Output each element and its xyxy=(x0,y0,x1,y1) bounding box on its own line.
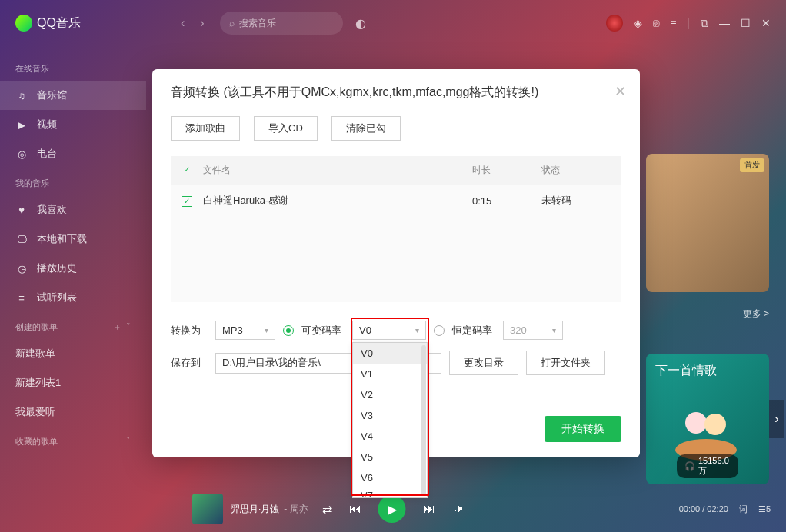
import-cd-button[interactable]: 导入CD xyxy=(254,116,318,141)
vbr-radio[interactable] xyxy=(283,325,294,336)
dropdown-option[interactable]: V0 xyxy=(353,343,427,364)
expand-collected-button[interactable]: ˅ xyxy=(126,436,131,447)
table-row[interactable]: ✓ 白神遥Haruka-感谢 0:15 未转码 xyxy=(171,185,621,217)
th-status: 状态 xyxy=(541,164,611,177)
sidebar-group-created: 创建的歌单 ＋ ˅ xyxy=(0,312,146,339)
track-title[interactable]: 羿思月·月蚀 xyxy=(231,503,279,516)
select-all-checkbox[interactable]: ✓ xyxy=(182,164,203,177)
cbr-radio[interactable] xyxy=(434,325,445,336)
cell-filename: 白神遥Haruka-感谢 xyxy=(203,194,472,208)
vbr-dropdown-list: V0 V1 V2 V3 V4 V5 V6 V7 xyxy=(352,342,428,498)
dropdown-option[interactable]: V5 xyxy=(353,447,427,467)
dropdown-option[interactable]: V2 xyxy=(353,384,427,405)
start-convert-button[interactable]: 开始转换 xyxy=(545,416,621,442)
sidebar-group-collected: 收藏的歌单 ˅ xyxy=(0,427,146,454)
dropdown-option[interactable]: V3 xyxy=(353,405,427,426)
row-checkbox[interactable]: ✓ xyxy=(182,195,203,207)
app-name: QQ音乐 xyxy=(37,15,81,32)
change-dir-button[interactable]: 更改目录 xyxy=(449,351,518,375)
minimize-button[interactable]: — xyxy=(719,17,730,29)
dropdown-option[interactable]: V6 xyxy=(353,467,427,488)
dropdown-option[interactable]: V4 xyxy=(353,426,427,447)
sidebar-item-history[interactable]: ◷播放历史 xyxy=(0,254,146,283)
play-button[interactable]: ▶ xyxy=(378,495,406,523)
video-icon: ▶ xyxy=(15,119,28,131)
sidebar-playlist-item[interactable]: 我最爱听 xyxy=(0,397,146,427)
dialog-title: 音频转换 (该工具不用于QMCx,kgmx,krc,tkm,mfac,mgg格式… xyxy=(171,85,621,101)
format-select[interactable]: MP3▾ xyxy=(215,321,275,340)
play-count-badge: 🎧 15156.0万 xyxy=(677,454,738,478)
search-placeholder: 搜索音乐 xyxy=(239,17,276,30)
search-icon: ⌕ xyxy=(229,18,235,28)
cbr-label: 恒定码率 xyxy=(452,324,492,337)
settings-icon[interactable]: ≡ xyxy=(670,17,676,29)
nav-forward-button[interactable]: › xyxy=(200,16,204,30)
cbr-bitrate-select[interactable]: 320▾ xyxy=(503,321,563,340)
monitor-icon: 🖵 xyxy=(15,234,28,245)
chevron-down-icon: ▾ xyxy=(552,326,556,334)
sidebar-item-preview[interactable]: ≡试听列表 xyxy=(0,283,146,312)
time-display: 00:00 / 02:20 xyxy=(679,504,728,514)
add-playlist-button[interactable]: ＋ ˅ xyxy=(113,321,131,333)
sidebar-item-radio[interactable]: ◎电台 xyxy=(0,139,146,168)
vip-icon[interactable]: ◈ xyxy=(634,17,642,29)
lyrics-button[interactable]: 词 xyxy=(739,504,748,515)
volume-button[interactable]: 🕩 xyxy=(452,502,465,516)
scrollbar[interactable] xyxy=(421,345,426,495)
dialog-close-button[interactable]: ✕ xyxy=(614,83,626,100)
open-folder-button[interactable]: 打开文件夹 xyxy=(526,351,605,375)
nav-back-button[interactable]: ‹ xyxy=(181,16,185,30)
chevron-down-icon: ▾ xyxy=(265,326,268,334)
next-track-button[interactable]: ⏭ xyxy=(423,502,435,516)
logo-icon xyxy=(15,15,32,32)
audio-convert-dialog: 音频转换 (该工具不用于QMCx,kgmx,krc,tkm,mfac,mgg格式… xyxy=(152,69,640,457)
clear-checked-button[interactable]: 清除已勾 xyxy=(331,116,401,141)
add-song-button[interactable]: 添加歌曲 xyxy=(171,116,240,141)
save-to-label: 保存到 xyxy=(171,356,208,370)
more-link[interactable]: 更多 > xyxy=(743,308,769,321)
album-thumbnail[interactable] xyxy=(192,494,223,524)
clock-icon: ◷ xyxy=(15,263,28,274)
divider: | xyxy=(687,17,690,29)
sidebar-playlist-item[interactable]: 新建歌单 xyxy=(0,339,146,368)
sidebar-item-video[interactable]: ▶视频 xyxy=(0,110,146,139)
shuffle-button[interactable]: ⇄ xyxy=(322,502,332,517)
history-icon[interactable]: ◐ xyxy=(355,16,366,31)
vbr-quality-select[interactable]: V0▾ xyxy=(352,321,426,340)
sidebar-playlist-item[interactable]: 新建列表1 xyxy=(0,368,146,397)
sidebar-item-music-hall[interactable]: ♫音乐馆 xyxy=(0,81,146,110)
sidebar-item-favorites[interactable]: ♥我喜欢 xyxy=(0,195,146,224)
playlist-button[interactable]: ☰5 xyxy=(758,504,771,514)
skin-icon[interactable]: ⎚ xyxy=(653,17,659,29)
vbr-label: 可变码率 xyxy=(301,324,341,337)
convert-to-label: 转换为 xyxy=(171,324,208,337)
user-avatar[interactable] xyxy=(606,15,623,32)
mini-mode-button[interactable]: ⧉ xyxy=(701,17,708,30)
sidebar-group-mine: 我的音乐 xyxy=(0,168,146,195)
file-table: ✓ 文件名 时长 状态 ✓ 白神遥Haruka-感谢 0:15 未转码 xyxy=(171,156,621,302)
dropdown-option[interactable]: V1 xyxy=(353,364,427,384)
chevron-down-icon: ▾ xyxy=(415,326,419,334)
cell-status: 未转码 xyxy=(541,194,611,208)
svg-point-1 xyxy=(704,414,726,435)
carousel-next-button[interactable]: › xyxy=(769,400,784,438)
titlebar: QQ音乐 ‹ › ⌕ 搜索音乐 ◐ ◈ ⎚ ≡ | ⧉ — ☐ ✕ xyxy=(0,0,786,46)
list-icon: ≡ xyxy=(15,292,28,304)
th-duration: 时长 xyxy=(472,164,541,177)
headphone-icon: 🎧 xyxy=(684,461,695,471)
prev-track-button[interactable]: ⏮ xyxy=(349,502,361,516)
sidebar-item-local[interactable]: 🖵本地和下载 xyxy=(0,224,146,254)
card-illustration xyxy=(661,400,754,461)
recommendation-card[interactable]: 下一首情歌 🎧 15156.0万 xyxy=(646,354,769,484)
track-artist[interactable]: - 周亦 xyxy=(284,503,308,516)
th-filename: 文件名 xyxy=(203,164,472,177)
svg-point-0 xyxy=(685,412,707,434)
search-input[interactable]: ⌕ 搜索音乐 xyxy=(220,12,343,35)
close-button[interactable]: ✕ xyxy=(761,17,771,29)
premiere-badge: 首发 xyxy=(740,158,764,172)
hero-card[interactable]: 首发 xyxy=(646,154,769,292)
dropdown-option[interactable]: V7 xyxy=(353,488,427,497)
cell-duration: 0:15 xyxy=(472,195,541,207)
maximize-button[interactable]: ☐ xyxy=(741,17,751,29)
heart-icon: ♥ xyxy=(15,204,28,216)
